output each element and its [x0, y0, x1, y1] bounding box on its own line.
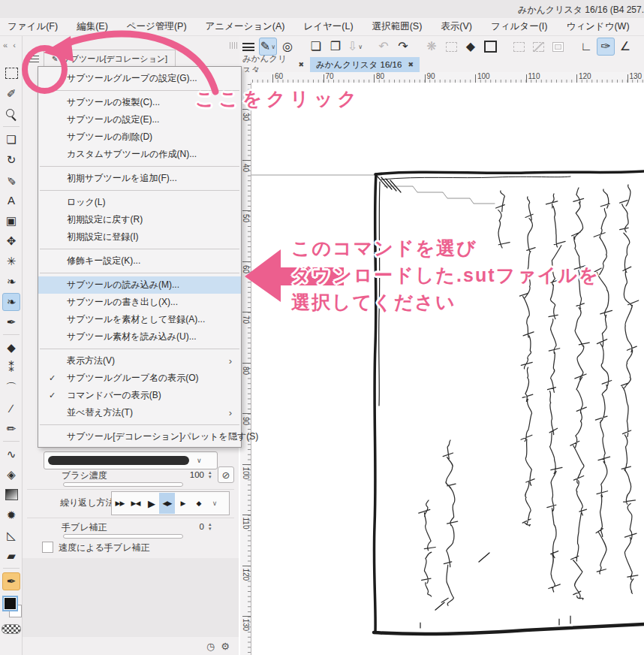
menu-item-25[interactable]: サブツール[デコレーション]パレットを隠す(S): [38, 428, 241, 445]
document-tab-1[interactable]: みかんクリスタ 16/16✖: [310, 57, 420, 72]
menu-item-21[interactable]: ✓サブツールグループ名の表示(O): [38, 370, 241, 387]
menu-item-5[interactable]: カスタムサブツールの作成(N)...: [38, 146, 241, 163]
blend-tool[interactable]: ⁑: [2, 359, 20, 377]
menu-item-9[interactable]: ロック(L): [38, 194, 241, 211]
menu-item-0[interactable]: サブツールグループの設定(G)...: [38, 70, 241, 87]
menu-item-13[interactable]: 修飾キー設定(K)...: [38, 252, 241, 270]
speed-stabilization-checkbox[interactable]: [42, 542, 53, 553]
snap-grid-icon[interactable]: ∠: [616, 38, 634, 56]
eraser-tool[interactable]: ◆: [2, 339, 20, 357]
collapse-arrows-icon[interactable]: « ‹: [3, 41, 17, 50]
gradient-tool[interactable]: [2, 486, 20, 504]
move-tool[interactable]: ✥: [2, 232, 20, 250]
menu-separator: [40, 273, 239, 273]
ruler-major-tick: [425, 74, 426, 83]
object-select-tool[interactable]: ▣: [2, 212, 20, 230]
document-tab-label: みかんクリスタ 16/16: [316, 59, 402, 71]
current-subtool[interactable]: ✒: [2, 572, 20, 590]
brush-density-spinner[interactable]: ▴▾: [209, 470, 212, 478]
balloon-tool[interactable]: ◈: [2, 466, 20, 484]
menubar-item-8[interactable]: ウィンドウ(W): [566, 20, 629, 33]
decoration-tool-selected[interactable]: ❧: [2, 293, 20, 311]
stabilizer-dial-icon[interactable]: ◷: [206, 641, 215, 652]
fill-icon[interactable]: ◆: [462, 38, 480, 56]
menubar-item-4[interactable]: レイヤー(L): [303, 20, 353, 33]
ruler-label: 90: [242, 416, 250, 427]
stabilization-slider[interactable]: [63, 534, 183, 539]
crop-mark-icon[interactable]: [481, 38, 499, 56]
menu-item-15[interactable]: サブツールの読み込み(M)...: [38, 276, 241, 294]
repeat-method-option-0[interactable]: ▶▶: [112, 493, 128, 514]
repeat-method-option-3[interactable]: ◀▶: [159, 493, 175, 514]
auto-select-tool[interactable]: ✳: [2, 252, 20, 270]
brush-tool[interactable]: ∿: [2, 445, 20, 463]
canvas[interactable]: [251, 83, 644, 655]
deselect-icon[interactable]: ❋: [423, 38, 441, 56]
menu-item-16[interactable]: サブツールの書き出し(X)...: [38, 294, 241, 311]
menubar-item-6[interactable]: 表示(V): [441, 20, 472, 33]
decoration-tool[interactable]: ❧: [2, 273, 20, 291]
chevron-down-icon[interactable]: ∨: [206, 493, 222, 514]
menubar-item-1[interactable]: 編集(E): [77, 20, 108, 33]
ruler-tool[interactable]: ◺: [2, 527, 20, 545]
menubar-item-5[interactable]: 選択範囲(S): [372, 20, 423, 33]
stabilization-spinner[interactable]: ▴▾: [209, 522, 212, 530]
menu-item-3[interactable]: サブツールの設定(E)...: [38, 111, 241, 128]
snap-special-ruler-icon[interactable]: ✑: [597, 38, 615, 56]
menu-item-4[interactable]: サブツールの削除(D): [38, 128, 241, 146]
menu-item-11[interactable]: 初期設定に登録(I): [38, 228, 241, 246]
rotate-view-tool[interactable]: ↻: [2, 151, 20, 169]
zoom-tool[interactable]: [2, 105, 20, 123]
menu-item-18[interactable]: サブツール素材を読み込み(U)...: [38, 328, 241, 346]
selection-diag-icon[interactable]: [529, 38, 547, 56]
stroke-preview-dropdown[interactable]: ∨: [44, 451, 218, 469]
close-icon[interactable]: ✖: [298, 61, 304, 68]
repeat-method-option-4[interactable]: ▶: [175, 493, 191, 514]
pattern-tool[interactable]: ✹: [2, 506, 20, 524]
main-color-swatch[interactable]: [2, 596, 18, 611]
palette-drag-handle[interactable]: [230, 42, 237, 49]
repeat-method-option-5[interactable]: ◆: [191, 493, 206, 514]
open-file-icon[interactable]: ❐: [327, 38, 345, 56]
marquee-select-tool[interactable]: [2, 65, 20, 83]
pen-tool[interactable]: ✒: [2, 313, 20, 331]
menubar-item-7[interactable]: フィルター(I): [491, 20, 547, 33]
menubar-item-0[interactable]: ファイル(F): [8, 20, 58, 33]
stabilization-value[interactable]: 0: [183, 522, 204, 531]
menubar-item-3[interactable]: アニメーション(A): [206, 20, 285, 33]
selection-inner-icon[interactable]: [549, 38, 567, 56]
line-tool[interactable]: ∕: [2, 400, 20, 418]
brush-density-value[interactable]: 100: [183, 470, 204, 479]
menu-item-22[interactable]: ✓コマンドバーの表示(B): [38, 387, 241, 404]
new-file-icon[interactable]: ❏: [307, 38, 325, 56]
menu-item-7[interactable]: 初期サブツールを追加(F)...: [38, 170, 241, 187]
brush-density-slider[interactable]: [63, 482, 183, 487]
menu-item-10[interactable]: 初期設定に戻す(R): [38, 211, 241, 228]
menu-item-20[interactable]: 表示方法(V)›: [38, 352, 241, 370]
lasso-select-tool[interactable]: ✐: [2, 85, 20, 103]
transparent-color-swatch[interactable]: [2, 624, 21, 634]
figure-tool[interactable]: ⌒: [2, 379, 20, 397]
save-icon[interactable]: ⇩∨: [346, 38, 364, 56]
undo-icon[interactable]: ↶: [375, 38, 393, 56]
marker-tool[interactable]: ▰: [2, 547, 20, 565]
document-tab-0[interactable]: みかんクリスタ✖: [236, 57, 310, 72]
menu-item-23[interactable]: 並べ替え方法(T)›: [38, 404, 241, 421]
color-swatches[interactable]: [2, 596, 23, 621]
repeat-method-option-2[interactable]: ▶: [143, 493, 159, 514]
menubar-item-2[interactable]: ページ管理(P): [127, 20, 187, 33]
page-flip-tool[interactable]: ❏: [2, 131, 20, 149]
eyedropper-tool[interactable]: ✎: [2, 171, 20, 189]
menubar: ファイル(F)編集(E)ページ管理(P)アニメーション(A)レイヤー(L)選択範…: [0, 18, 644, 36]
selection-launcher-icon[interactable]: [510, 38, 528, 56]
snap-ruler-icon[interactable]: ∟: [577, 38, 595, 56]
text-tool[interactable]: A: [2, 192, 20, 210]
reselect-icon[interactable]: [442, 38, 460, 56]
redo-icon[interactable]: ↷: [394, 38, 412, 56]
settings-wrench-icon[interactable]: ⚙: [221, 641, 230, 652]
no-effect-button[interactable]: ⊘: [218, 466, 234, 483]
pencil-tool[interactable]: ✏: [2, 420, 20, 438]
menu-item-17[interactable]: サブツールを素材として登録(A)...: [38, 311, 241, 328]
repeat-method-option-1[interactable]: ▶◀: [128, 493, 143, 514]
close-icon[interactable]: ✖: [408, 61, 414, 68]
